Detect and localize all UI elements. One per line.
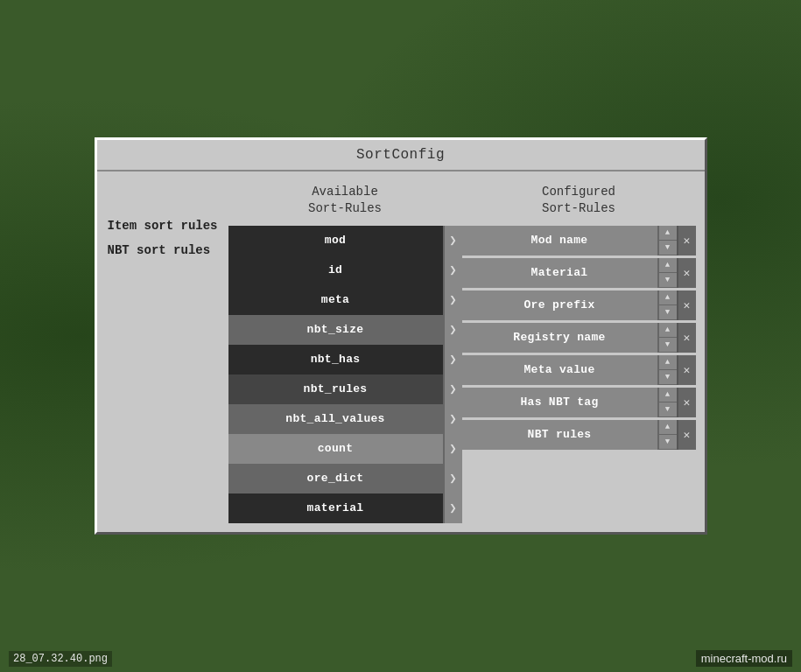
up-btn-mod-name[interactable]: ▲ — [659, 226, 677, 241]
configured-label-ore-prefix: Ore prefix — [462, 290, 657, 320]
available-arrow-nbt_all_values: ❯ — [443, 404, 462, 434]
panel-title: SortConfig — [97, 140, 705, 172]
configured-controls-mod-name: ▲ ▼ — [657, 226, 677, 256]
timestamp: 28_07.32.40.png — [9, 651, 112, 667]
available-label-nbt_size: nbt_size — [228, 315, 443, 345]
remove-btn-ore-prefix[interactable]: ✕ — [677, 290, 696, 320]
available-arrow-count: ❯ — [443, 434, 462, 464]
available-label-ore_dict: ore_dict — [228, 464, 443, 494]
available-label-nbt_rules: nbt_rules — [228, 374, 443, 404]
main-panel: SortConfig Item sort rules NBT sort rule… — [95, 137, 707, 534]
available-btn-material[interactable]: material ❯ — [228, 494, 462, 523]
configured-label-registry-name: Registry name — [462, 323, 657, 353]
configured-controls-material-cfg: ▲ ▼ — [657, 258, 677, 288]
available-arrow-id: ❯ — [443, 256, 462, 285]
down-btn-nbt-rules-cfg[interactable]: ▼ — [659, 435, 677, 450]
available-label-meta: meta — [228, 285, 443, 315]
configured-btn-has-nbt-tag[interactable]: Has NBT tag ▲ ▼ ✕ — [462, 388, 696, 417]
up-btn-registry-name[interactable]: ▲ — [659, 323, 677, 338]
available-label-nbt_has: nbt_has — [228, 345, 443, 374]
available-arrow-nbt_rules: ❯ — [443, 374, 462, 404]
available-label-nbt_all_values: nbt_all_values — [228, 404, 443, 434]
available-arrow-meta: ❯ — [443, 285, 462, 315]
available-btn-nbt_all_values[interactable]: nbt_all_values ❯ — [228, 404, 462, 434]
configured-controls-has-nbt-tag: ▲ ▼ — [657, 388, 677, 417]
available-label-count: count — [228, 434, 443, 464]
available-btn-count[interactable]: count ❯ — [228, 434, 462, 464]
remove-btn-registry-name[interactable]: ✕ — [677, 323, 696, 353]
available-btn-mod[interactable]: mod ❯ — [228, 226, 462, 256]
configured-controls-meta-value: ▲ ▼ — [657, 355, 677, 385]
available-arrow-ore_dict: ❯ — [443, 464, 462, 494]
available-btn-nbt_has[interactable]: nbt_has ❯ — [228, 345, 462, 374]
available-label-id: id — [228, 256, 443, 285]
available-arrow-nbt_has: ❯ — [443, 345, 462, 374]
left-nav: Item sort rules NBT sort rules — [106, 180, 228, 522]
nav-item-nbt[interactable]: NBT sort rules — [106, 240, 220, 261]
configured-label-nbt-rules-cfg: NBT rules — [462, 420, 657, 450]
configured-btn-nbt-rules-cfg[interactable]: NBT rules ▲ ▼ ✕ — [462, 420, 696, 450]
up-btn-meta-value[interactable]: ▲ — [659, 355, 677, 370]
up-btn-has-nbt-tag[interactable]: ▲ — [659, 388, 677, 402]
available-label-material: material — [228, 494, 443, 523]
configured-btn-registry-name[interactable]: Registry name ▲ ▼ ✕ — [462, 323, 696, 353]
down-btn-material-cfg[interactable]: ▼ — [659, 273, 677, 288]
available-btn-meta[interactable]: meta ❯ — [228, 285, 462, 315]
available-column: AvailableSort-Rules mod ❯ id ❯ meta ❯ nb… — [228, 180, 462, 522]
remove-btn-nbt-rules-cfg[interactable]: ✕ — [677, 420, 696, 450]
configured-btn-meta-value[interactable]: Meta value ▲ ▼ ✕ — [462, 355, 696, 385]
remove-btn-mod-name[interactable]: ✕ — [677, 226, 696, 256]
up-btn-ore-prefix[interactable]: ▲ — [659, 290, 677, 305]
available-arrow-nbt_size: ❯ — [443, 315, 462, 345]
up-btn-material-cfg[interactable]: ▲ — [659, 258, 677, 273]
watermark: minecraft-mod.ru — [696, 650, 792, 667]
down-btn-ore-prefix[interactable]: ▼ — [659, 305, 677, 320]
configured-label-has-nbt-tag: Has NBT tag — [462, 388, 657, 417]
configured-controls-ore-prefix: ▲ ▼ — [657, 290, 677, 320]
configured-controls-nbt-rules-cfg: ▲ ▼ — [657, 420, 677, 450]
configured-header: ConfiguredSort-Rules — [462, 180, 696, 222]
configured-btn-ore-prefix[interactable]: Ore prefix ▲ ▼ ✕ — [462, 290, 696, 320]
available-arrow-mod: ❯ — [443, 226, 462, 256]
available-label-mod: mod — [228, 226, 443, 256]
down-btn-meta-value[interactable]: ▼ — [659, 370, 677, 385]
configured-controls-registry-name: ▲ ▼ — [657, 323, 677, 353]
down-btn-has-nbt-tag[interactable]: ▼ — [659, 402, 677, 417]
available-header: AvailableSort-Rules — [228, 180, 462, 222]
configured-btn-mod-name[interactable]: Mod name ▲ ▼ ✕ — [462, 226, 696, 256]
remove-btn-material-cfg[interactable]: ✕ — [677, 258, 696, 288]
configured-label-mod-name: Mod name — [462, 226, 657, 256]
configured-label-material-cfg: Material — [462, 258, 657, 288]
configured-label-meta-value: Meta value — [462, 355, 657, 385]
available-btn-nbt_rules[interactable]: nbt_rules ❯ — [228, 374, 462, 404]
up-btn-nbt-rules-cfg[interactable]: ▲ — [659, 420, 677, 435]
configured-btn-material-cfg[interactable]: Material ▲ ▼ ✕ — [462, 258, 696, 288]
configured-column: ConfiguredSort-Rules Mod name ▲ ▼ ✕ Mate… — [462, 180, 696, 522]
down-btn-registry-name[interactable]: ▼ — [659, 338, 677, 353]
available-btn-nbt_size[interactable]: nbt_size ❯ — [228, 315, 462, 345]
down-btn-mod-name[interactable]: ▼ — [659, 241, 677, 256]
remove-btn-has-nbt-tag[interactable]: ✕ — [677, 388, 696, 417]
available-arrow-material: ❯ — [443, 494, 462, 523]
nav-item-sort[interactable]: Item sort rules — [106, 215, 220, 236]
available-btn-ore_dict[interactable]: ore_dict ❯ — [228, 464, 462, 494]
available-btn-id[interactable]: id ❯ — [228, 256, 462, 285]
remove-btn-meta-value[interactable]: ✕ — [677, 355, 696, 385]
